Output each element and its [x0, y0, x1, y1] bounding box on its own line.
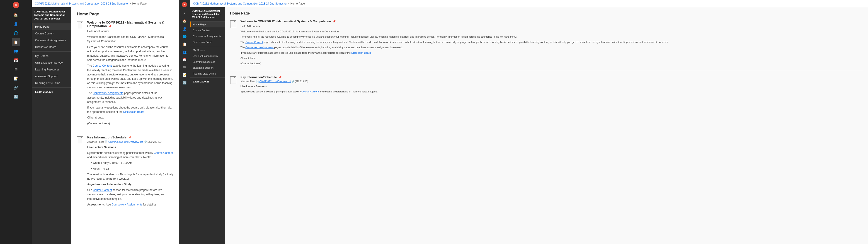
sidebar-icon-group-left: 🏠 👤 🌐 📋 👥 📅 ✉ 📝 🔗 🔙 [0, 11, 32, 100]
calendar-icon-left[interactable]: 📅 [12, 56, 20, 64]
external-icon-right[interactable]: ↗ [181, 10, 188, 17]
nav-exam-right[interactable]: Exam 2020/21 [190, 79, 225, 85]
group-icon-right[interactable]: 👥 [181, 49, 188, 55]
close-button-left[interactable]: × [13, 2, 19, 8]
globe-icon-right[interactable]: 🌐 [181, 33, 188, 40]
keyinfo-body-left: Key Information/Schedule 📌 Attached File… [87, 135, 174, 208]
welcome-r-line3: Here you'll find all the resources avail… [241, 35, 863, 39]
top-bar-left: COMP36212 Mathematical Systems and Compu… [32, 0, 179, 7]
welcome-icon-left [77, 21, 84, 30]
welcome-r-line5: The Coursework Assignments pages provide… [241, 45, 863, 50]
group-icon-left[interactable]: 👥 [12, 47, 20, 55]
pin-icon-keyinfo-right: 📌 [279, 76, 282, 79]
welcome-heading-right: Welcome to COMP36212 - Mathematical Syst… [241, 20, 863, 23]
edit-icon-left[interactable]: 📝 [12, 74, 20, 83]
home-icon-right[interactable]: 🏠 [181, 18, 188, 25]
user-icon-right[interactable]: 👤 [181, 25, 188, 32]
calendar-icon-right[interactable]: 📅 [181, 56, 188, 63]
welcome-line3-left: Here you'll find all the resources avail… [87, 45, 174, 63]
welcome-line6-left: If you have any questions about the cour… [87, 105, 174, 114]
breadcrumb-course-link-left[interactable]: COMP36212 Mathematical Systems and Compu… [35, 2, 129, 5]
pin-icon-welcome-left: 📌 [108, 25, 112, 28]
assessments-left: Assessments (see Coursework Assignments … [87, 203, 174, 207]
welcome-block-left: Welcome to COMP36212 - Mathematical Syst… [77, 21, 174, 131]
keyinfo-heading-left: Key Information/Schedule 📌 [87, 135, 174, 139]
kibun-left: • Kibun_TH 1.5 [91, 167, 174, 171]
sidebar-left: × 🏠 👤 🌐 📋 👥 📅 ✉ 📝 🔗 🔙 [0, 0, 32, 244]
edit-icon-right[interactable]: 📝 [181, 71, 188, 79]
live-lecture-desc-right: Synchronous sessions covering principles… [241, 90, 863, 94]
user-icon-left[interactable]: 👤 [12, 20, 20, 28]
welcome-line1-left: Hello Adil Hanney. [87, 29, 174, 33]
nav-elearning-right[interactable]: eLearning Support [190, 65, 225, 71]
welcome-body-left: Welcome to COMP36212 - Mathematical Syst… [87, 21, 174, 127]
attached-files-left: Attached Files: 📄 COMP36212_UnitOverview… [87, 141, 174, 144]
nav-exam-left[interactable]: Exam 2020/21 [32, 89, 71, 95]
nav-learning-left[interactable]: Learning Resources [32, 66, 71, 73]
welcome-r-line7: Oliver & Luca [241, 56, 863, 60]
welcome-icon-right [230, 20, 237, 29]
nav-learning-right[interactable]: Learning Resources [190, 59, 225, 65]
back-icon-right[interactable]: 🔙 [181, 79, 188, 86]
course-title-right: COMP36212 Mathematical Systems and Compu… [190, 7, 225, 22]
nav-coursework-right[interactable]: Coursework Assignments [190, 33, 225, 39]
live-lecture-heading-right: Live Lecture Sessions [241, 85, 863, 89]
nav-reading-right[interactable]: Reading Lists Online [190, 71, 225, 77]
nav-left: COMP36212 Mathematical Systems and Compu… [32, 7, 71, 244]
main-content-left: Home Page Welcome to COMP36212 - Mathema… [71, 7, 179, 244]
nav-right: COMP36212 Mathematical Systems and Compu… [190, 7, 225, 244]
nav-discussion-left[interactable]: Discussion Board [32, 44, 71, 51]
list-icon-left[interactable]: 📋 [12, 38, 20, 46]
nav-discussion-right[interactable]: Discussion Board [190, 39, 225, 45]
nav-elearning-left[interactable]: eLearning Support [32, 73, 71, 80]
nav-grades-left[interactable]: My Grades [32, 53, 71, 59]
keyinfo-block-left: Key Information/Schedule 📌 Attached File… [77, 135, 174, 212]
async-heading-left: Asynchronous Independent Study [87, 182, 174, 187]
link-icon-left[interactable]: 🔗 [12, 83, 20, 92]
keyinfo-heading-right: Key Information/Schedule 📌 [241, 75, 863, 79]
course-title-left: COMP36212 Mathematical Systems and Compu… [32, 7, 71, 23]
sidebar-right-narrow: × ↗ 🏠 👤 🌐 📋 👥 📅 ✉ 📝 🔙 [179, 0, 190, 244]
globe-icon-left[interactable]: 🌐 [12, 29, 20, 37]
welcome-block-right: Welcome to COMP36212 - Mathematical Syst… [230, 20, 863, 71]
welcome-r-line1: Hello Adil Hanney. [241, 24, 863, 28]
main-content-right: Home Page Welcome to COMP36212 - Mathema… [225, 7, 868, 244]
breadcrumb-sep-right: › [288, 2, 289, 5]
live-lecture-desc-left: Synchronous sessions covering principles… [87, 151, 174, 159]
close-button-right[interactable]: × [182, 2, 187, 7]
live-lecture-heading-left: Live Lecture Sessions [87, 145, 174, 150]
home-icon-left[interactable]: 🏠 [12, 11, 20, 19]
nav-course-content-left[interactable]: Course Content [32, 30, 71, 37]
nav-home-left[interactable]: Home Page [32, 23, 71, 30]
keyinfo-body-right: Key Information/Schedule 📌 Attached File… [241, 75, 863, 95]
pin-icon-welcome-right: 📌 [333, 20, 336, 23]
top-bar-right: COMP36212 Mathematical Systems and Compu… [190, 0, 868, 7]
nav-survey-left[interactable]: Unit Evaluation Survey [32, 59, 71, 66]
back-icon-left[interactable]: 🔙 [12, 92, 20, 100]
keyinfo-icon-right [230, 75, 237, 85]
nav-survey-right[interactable]: Unit Evaluation Survey [190, 53, 225, 59]
welcome-line7-left: Oliver & Luca [87, 116, 174, 120]
keyinfo-icon-left [77, 135, 84, 145]
mail-icon-right[interactable]: ✉ [181, 64, 188, 71]
nav-grades-right[interactable]: My Grades [190, 47, 225, 53]
page-title-left: Home Page [77, 12, 174, 17]
list-icon-right[interactable]: 📋 [181, 41, 188, 48]
page-title-right: Home Page [230, 11, 863, 16]
pdf-link-right[interactable]: COMP36212_UnitOverview.pdf [259, 80, 291, 83]
nav-reading-left[interactable]: Reading Lists Online [32, 80, 71, 87]
right-panel: × ↗ 🏠 👤 🌐 📋 👥 📅 ✉ 📝 🔙 COMP36212 Mathemat… [179, 0, 868, 244]
welcome-r-line8: (Course Lecturers) [241, 62, 863, 66]
nav-coursework-left[interactable]: Coursework Assignments [32, 37, 71, 44]
welcome-body-right: Welcome to COMP36212 - Mathematical Syst… [241, 20, 863, 67]
breadcrumb-course-link-right[interactable]: COMP36212 Mathematical Systems and Compu… [193, 2, 287, 5]
breadcrumb-sep-left: › [130, 2, 131, 5]
breadcrumb-current-left: Home Page [132, 2, 147, 5]
welcome-line2-left: Welcome to the Blackboard site for COMP3… [87, 35, 174, 43]
nav-course-content-right[interactable]: Course Content [190, 27, 225, 33]
pdf-link-left[interactable]: COMP36212_UnitOverview.pdf [108, 141, 143, 143]
mail-icon-left[interactable]: ✉ [12, 65, 20, 73]
keyinfo-block-right: Key Information/Schedule 📌 Attached File… [230, 75, 863, 99]
nav-home-right[interactable]: Home Page [190, 22, 225, 27]
welcome-line5-left: The Coursework Assignments pages provide… [87, 91, 174, 104]
